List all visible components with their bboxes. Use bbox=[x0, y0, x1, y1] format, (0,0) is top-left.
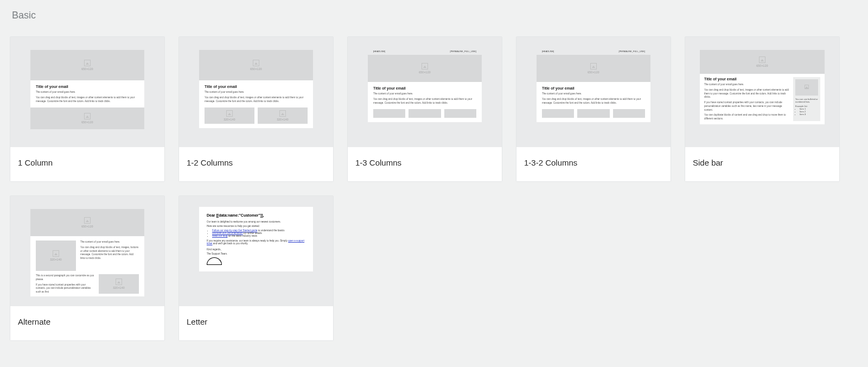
preview-text: You can drag and drop blocks of text, im… bbox=[542, 98, 645, 105]
letter-line: Kind regards, bbox=[207, 248, 305, 251]
template-label: 1-3-2 Columns bbox=[516, 147, 671, 181]
preview-text: You can drag and drop blocks of text, im… bbox=[205, 96, 308, 104]
letter-line: The Support Team. bbox=[207, 252, 305, 255]
template-preview: [HEADLINE] [PERMALINK_FULL_LINK] 650×120… bbox=[348, 37, 502, 147]
preview-side-list: Item 1 Item 2 Item 3 bbox=[800, 107, 818, 116]
letter-line: Here are some resources to help you get … bbox=[207, 225, 305, 227]
template-preview: Dear [[data:name:"Customer"]], Our team … bbox=[179, 196, 333, 306]
preview-title: Title of your email bbox=[36, 85, 139, 88]
preview-text: If you have stored contact properties wi… bbox=[36, 283, 94, 294]
preview-text: You can duplicate blocks of content and … bbox=[704, 113, 790, 121]
section-title: Basic bbox=[10, 0, 858, 36]
image-placeholder-icon: 650×120 bbox=[81, 60, 93, 71]
preview-text: The content of your email goes here. bbox=[542, 92, 645, 96]
letter-badge-icon bbox=[207, 257, 222, 265]
template-card-letter[interactable]: Dear [[data:name:"Customer"]], Our team … bbox=[178, 195, 334, 341]
template-grid: 650×120 Title of your email The content … bbox=[10, 36, 858, 341]
letter-line: Our team is delighted to welcome you amo… bbox=[207, 220, 305, 223]
preview-title: Title of your email bbox=[205, 85, 308, 88]
template-label: Alternate bbox=[10, 306, 164, 340]
preview-text: You can drag and drop blocks of text, im… bbox=[80, 246, 139, 261]
preview-text: You can drag and drop blocks of text, im… bbox=[36, 96, 139, 104]
preview-text: The content of your email goes here. bbox=[80, 241, 139, 244]
template-preview: [HEADLINE] [PERMALINK_FULL_LINK] 650×120… bbox=[516, 37, 671, 147]
preview-text: If you have stored contact properties wi… bbox=[704, 101, 790, 112]
template-label: 1-2 Columns bbox=[179, 147, 333, 181]
preview-text: The content of your email goes here. bbox=[704, 83, 790, 87]
letter-greeting: Dear [[data:name:"Customer"]], bbox=[207, 213, 305, 217]
template-card-1-column[interactable]: 650×120 Title of your email The content … bbox=[10, 36, 165, 182]
preview-text: This is a second paragraph you can custo… bbox=[36, 274, 94, 282]
preview-text: The content of your email goes here. bbox=[205, 91, 308, 94]
template-card-1-3-columns[interactable]: [HEADLINE] [PERMALINK_FULL_LINK] 650×120… bbox=[347, 36, 502, 182]
image-placeholder-icon: 320×140 bbox=[224, 110, 235, 121]
template-gallery: Basic 650×120 Title of your email The co… bbox=[0, 0, 868, 341]
template-label: Letter bbox=[179, 306, 333, 340]
preview-text: The content of your email goes here. bbox=[373, 92, 476, 96]
preview-header-tags: [HEADLINE] [PERMALINK_FULL_LINK] bbox=[368, 48, 482, 53]
letter-line: If you require any assistance, our team … bbox=[207, 239, 305, 245]
image-placeholder-icon: 650×120 bbox=[81, 113, 93, 124]
template-label: 1-3 Columns bbox=[348, 147, 502, 181]
preview-title: Title of your email bbox=[542, 86, 645, 90]
template-card-1-3-2-columns[interactable]: [HEADLINE] [PERMALINK_FULL_LINK] 650×120… bbox=[516, 36, 671, 182]
image-placeholder-icon: 650×120 bbox=[756, 56, 768, 67]
template-preview: 650×120 320×140 The content of your emai… bbox=[10, 196, 164, 306]
template-card-side-bar[interactable]: 650×120 Title of your email The content … bbox=[685, 36, 840, 182]
image-placeholder-icon: 320×140 bbox=[277, 110, 289, 121]
template-label: 1 Column bbox=[10, 147, 164, 181]
template-preview: 650×120 Title of your email The content … bbox=[685, 37, 839, 147]
image-placeholder-icon: 320×140 bbox=[113, 279, 125, 289]
preview-text: You can drag and drop blocks of text, im… bbox=[704, 88, 790, 99]
template-preview: 650×120 Title of your email The content … bbox=[10, 37, 164, 147]
image-placeholder-icon bbox=[805, 85, 809, 90]
template-card-alternate[interactable]: 650×120 320×140 The content of your emai… bbox=[10, 195, 165, 341]
image-placeholder-icon: 650×120 bbox=[250, 60, 262, 71]
preview-text: You can drag and drop blocks of text, im… bbox=[373, 98, 476, 105]
image-placeholder-icon: 650×120 bbox=[81, 217, 93, 228]
preview-title: Title of your email bbox=[373, 86, 476, 90]
template-label: Side bar bbox=[685, 147, 839, 181]
template-preview: 650×120 Title of your email The content … bbox=[179, 37, 333, 147]
preview-header-tags: [HEADLINE] [PERMALINK_FULL_LINK] bbox=[537, 48, 650, 53]
letter-bullets: Follow our step-by-step Get Started guid… bbox=[212, 229, 305, 237]
image-placeholder-icon: 650×120 bbox=[588, 63, 599, 74]
preview-text: The content of your email goes here. bbox=[36, 91, 139, 94]
template-card-1-2-columns[interactable]: 650×120 Title of your email The content … bbox=[178, 36, 334, 182]
image-placeholder-icon: 650×120 bbox=[419, 63, 431, 74]
preview-title: Title of your email bbox=[704, 77, 790, 81]
preview-side-text: You can use bulleted or numbered lists. bbox=[795, 98, 818, 103]
image-placeholder-icon: 320×140 bbox=[50, 250, 62, 261]
